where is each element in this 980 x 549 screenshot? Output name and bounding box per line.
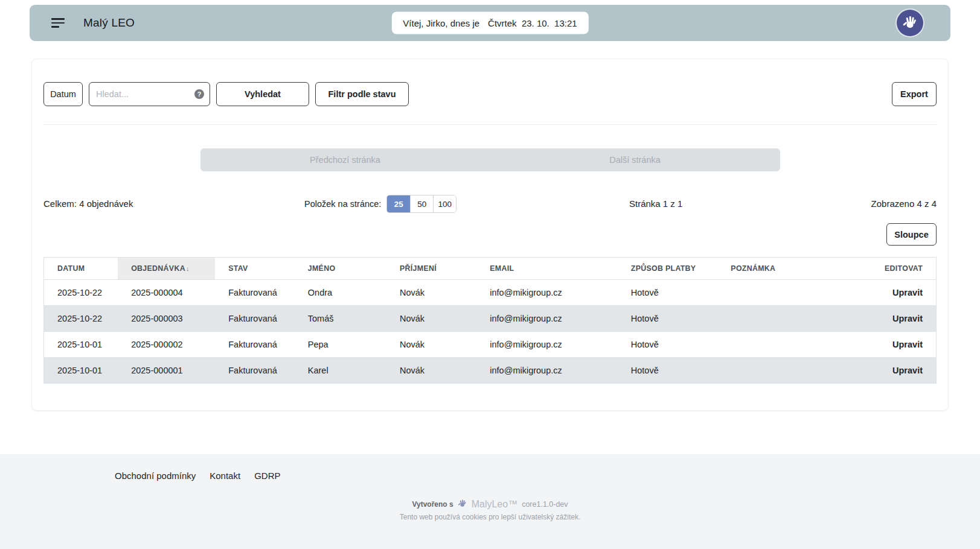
footer-links: Obchodní podmínky Kontakt GDRP xyxy=(0,455,980,481)
cell-poznamka xyxy=(717,358,829,384)
col-header-email[interactable]: EMAIL xyxy=(476,258,618,280)
cell-objednavka: 2025-000002 xyxy=(118,332,215,358)
search-input[interactable] xyxy=(96,89,194,99)
cell-objednavka: 2025-000003 xyxy=(118,306,215,332)
user-avatar[interactable] xyxy=(897,10,923,36)
cell-prijmeni: Novák xyxy=(386,306,476,332)
hand-logo-small-icon xyxy=(458,498,467,510)
cookies-notice: Tento web používá cookies pro lepší uživ… xyxy=(0,513,980,521)
site-footer: Obchodní podmínky Kontakt GDRP Vytvořeno… xyxy=(0,454,980,549)
cell-objednavka: 2025-000001 xyxy=(118,358,215,384)
cell-stav: Fakturovaná xyxy=(215,332,295,358)
total-count-label: Celkem: 4 objednávek xyxy=(43,195,133,213)
cell-jmeno: Pepa xyxy=(295,332,386,358)
cell-stav: Fakturovaná xyxy=(215,280,295,306)
cell-email: info@mikigroup.cz xyxy=(476,280,618,306)
cell-email: info@mikigroup.cz xyxy=(476,332,618,358)
cell-platba: Hotově xyxy=(618,280,718,306)
col-header-stav[interactable]: STAV xyxy=(215,258,295,280)
page-size-25-button[interactable]: 25 xyxy=(387,195,410,212)
cell-jmeno: Tomáš xyxy=(295,306,386,332)
col-header-zpusob-platby[interactable]: ZPŮSOB PLATBY xyxy=(618,258,718,280)
table-stats-row: Celkem: 4 objednávek Položek na stránce:… xyxy=(43,195,937,213)
col-header-objednavka[interactable]: OBJEDNÁVKA↓ xyxy=(118,258,215,280)
cell-prijmeni: Novák xyxy=(386,280,476,306)
edit-button[interactable]: Upravit xyxy=(892,340,923,349)
table-row: 2025-10-01 2025-000002 Fakturovaná Pepa … xyxy=(44,332,937,358)
page-size-50-button[interactable]: 50 xyxy=(410,195,433,212)
footer-link-gdrp[interactable]: GDRP xyxy=(254,471,280,481)
cell-jmeno: Karel xyxy=(295,358,386,384)
cell-poznamka xyxy=(717,280,829,306)
current-datetime: Čtvrtek 23. 10. 13:21 xyxy=(488,18,577,28)
edit-button[interactable]: Upravit xyxy=(892,288,923,297)
footer-link-kontakt[interactable]: Kontakt xyxy=(210,471,240,481)
search-button[interactable]: Vyhledat xyxy=(216,82,309,106)
cell-prijmeni: Novák xyxy=(386,358,476,384)
pagination-bar: Předchozí stránka Další stránka xyxy=(200,148,780,171)
export-button[interactable]: Export xyxy=(892,82,937,106)
hand-logo-icon xyxy=(902,14,918,33)
cell-stav: Fakturovaná xyxy=(215,358,295,384)
cell-datum: 2025-10-01 xyxy=(44,332,118,358)
footer-credit: Vytvořeno s MalyLeo™ core1.1.0-dev xyxy=(0,498,980,510)
table-row: 2025-10-01 2025-000001 Fakturovaná Karel… xyxy=(44,358,937,384)
brand-name: MalyLeo™ xyxy=(472,499,517,510)
app-title: Malý LEO xyxy=(83,16,135,30)
cell-poznamka xyxy=(717,306,829,332)
col-header-poznamka[interactable]: POZNÁMKA xyxy=(717,258,829,280)
edit-button[interactable]: Upravit xyxy=(892,366,923,375)
cell-platba: Hotově xyxy=(618,358,718,384)
search-box[interactable]: ? xyxy=(89,82,210,106)
columns-button[interactable]: Sloupce xyxy=(886,223,937,246)
footer-link-obchodni-podminky[interactable]: Obchodní podmínky xyxy=(115,471,196,481)
col-header-editovat: EDITOVAT xyxy=(829,258,936,280)
cell-prijmeni: Novák xyxy=(386,332,476,358)
menu-icon[interactable] xyxy=(51,18,65,28)
sort-descending-icon: ↓ xyxy=(186,265,190,272)
previous-page-button[interactable]: Předchozí stránka xyxy=(200,148,490,171)
cell-stav: Fakturovaná xyxy=(215,306,295,332)
cell-email: info@mikigroup.cz xyxy=(476,358,618,384)
cell-datum: 2025-10-01 xyxy=(44,358,118,384)
orders-panel: Datum ? Vyhledat Filtr podle stavu Expor… xyxy=(31,59,949,411)
edit-button[interactable]: Upravit xyxy=(892,314,923,323)
columns-row: Sloupce xyxy=(43,223,937,246)
toolbar-divider xyxy=(43,124,937,125)
orders-table: DATUM OBJEDNÁVKA↓ STAV JMÉNO PŘÍJMENÍ EM… xyxy=(43,257,937,384)
shown-count-label: Zobrazeno 4 z 4 xyxy=(871,195,937,213)
table-row: 2025-10-22 2025-000004 Fakturovaná Ondra… xyxy=(44,280,937,306)
next-page-button[interactable]: Další stránka xyxy=(490,148,780,171)
table-header-row: DATUM OBJEDNÁVKA↓ STAV JMÉNO PŘÍJMENÍ EM… xyxy=(44,258,937,280)
col-header-prijmeni[interactable]: PŘÍJMENÍ xyxy=(386,258,476,280)
col-header-datum[interactable]: DATUM xyxy=(44,258,118,280)
cell-platba: Hotově xyxy=(618,306,718,332)
cell-objednavka: 2025-000004 xyxy=(118,280,215,306)
cell-jmeno: Ondra xyxy=(295,280,386,306)
items-per-page-control: Položek na stránce: 25 50 100 xyxy=(304,195,456,213)
welcome-banner: Vítej, Jirko, dnes je Čtvrtek 23. 10. 13… xyxy=(391,12,588,34)
version-label: core1.1.0-dev xyxy=(522,500,568,509)
page-size-group: 25 50 100 xyxy=(386,195,456,213)
col-header-jmeno[interactable]: JMÉNO xyxy=(295,258,386,280)
date-filter-button[interactable]: Datum xyxy=(43,82,83,106)
page-indicator: Stránka 1 z 1 xyxy=(629,195,682,213)
cell-datum: 2025-10-22 xyxy=(44,280,118,306)
top-header: Malý LEO Vítej, Jirko, dnes je Čtvrtek 2… xyxy=(30,5,950,41)
welcome-text: Vítej, Jirko, dnes je xyxy=(403,18,479,28)
cell-email: info@mikigroup.cz xyxy=(476,306,618,332)
items-per-page-label: Položek na stránce: xyxy=(304,195,381,213)
cell-platba: Hotově xyxy=(618,332,718,358)
created-with-label: Vytvořeno s xyxy=(412,500,453,509)
cell-datum: 2025-10-22 xyxy=(44,306,118,332)
table-row: 2025-10-22 2025-000003 Fakturovaná Tomáš… xyxy=(44,306,937,332)
status-filter-button[interactable]: Filtr podle stavu xyxy=(315,82,409,106)
filter-toolbar: Datum ? Vyhledat Filtr podle stavu Expor… xyxy=(43,82,937,106)
help-icon[interactable]: ? xyxy=(194,89,204,99)
page-size-100-button[interactable]: 100 xyxy=(433,195,456,212)
cell-poznamka xyxy=(717,332,829,358)
